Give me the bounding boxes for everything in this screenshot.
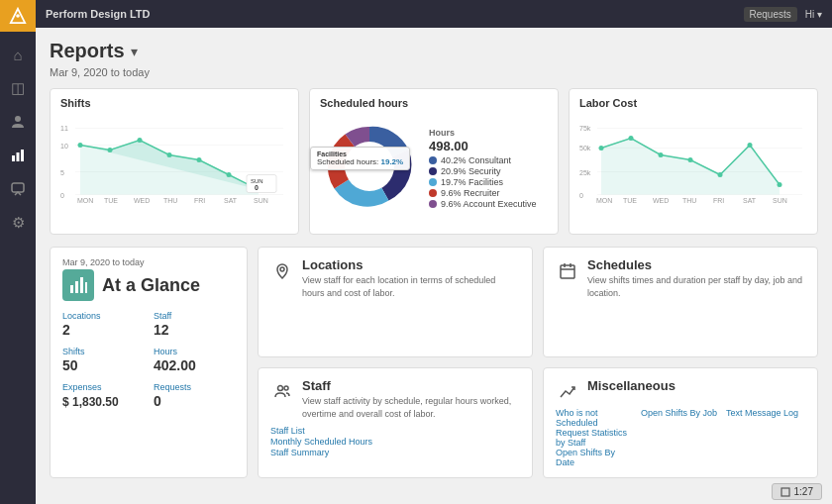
trend-icon bbox=[556, 380, 579, 404]
svg-text:0: 0 bbox=[255, 184, 259, 191]
svg-point-65 bbox=[278, 386, 283, 391]
svg-point-45 bbox=[688, 157, 693, 162]
calendar-icon bbox=[556, 259, 579, 283]
svg-text:10: 10 bbox=[60, 143, 68, 150]
misc-col2: Open Shifts By Job bbox=[641, 408, 720, 467]
svg-text:THU: THU bbox=[163, 197, 177, 204]
aag-metric-shifts: Shifts 50 bbox=[62, 347, 144, 374]
misc-links: Who is not Scheduled Request Statistics … bbox=[556, 408, 805, 467]
svg-text:0: 0 bbox=[60, 192, 64, 199]
svg-point-66 bbox=[284, 386, 288, 390]
staff-list-link[interactable]: Staff List bbox=[270, 426, 520, 436]
aag-metric-hours: Hours 402.00 bbox=[154, 347, 235, 374]
svg-rect-56 bbox=[70, 285, 73, 293]
locations-text: Locations View staff for each location i… bbox=[302, 257, 520, 299]
staff-icon bbox=[270, 380, 294, 404]
svg-point-18 bbox=[167, 152, 172, 157]
user-menu[interactable]: Hi ▾ bbox=[805, 9, 822, 20]
monthly-hours-link[interactable]: Monthly Scheduled Hours bbox=[270, 437, 520, 447]
svg-rect-3 bbox=[12, 155, 15, 161]
scheduled-hours-content: Facilities Scheduled hours: 19.2% Hours … bbox=[320, 113, 548, 216]
topbar-actions: Requests Hi ▾ bbox=[744, 7, 822, 22]
sidebar-item-chat[interactable] bbox=[0, 172, 36, 206]
misc-link-open-shifts-date[interactable]: Open Shifts By Date bbox=[556, 448, 635, 467]
legend-item-security: 20.9% Security bbox=[429, 166, 548, 176]
charts-row: Shifts 11 10 5 0 bbox=[50, 88, 818, 235]
aag-metric-requests: Requests 0 bbox=[154, 382, 235, 410]
sidebar-item-reports[interactable] bbox=[0, 139, 36, 172]
aag-date: Mar 9, 2020 to today bbox=[62, 257, 235, 267]
legend-item-facilities: 19.7% Facilities bbox=[429, 177, 548, 187]
legend-item-consultant: 40.2% Consultant bbox=[429, 155, 548, 165]
svg-text:25k: 25k bbox=[579, 169, 591, 176]
title-dropdown-caret[interactable]: ▾ bbox=[131, 44, 138, 59]
misc-header: Miscellaneous bbox=[556, 378, 805, 404]
svg-point-60 bbox=[280, 267, 284, 271]
legend-item-account-exec: 9.6% Account Executive bbox=[429, 199, 548, 209]
donut-chart: Facilities Scheduled hours: 19.2% bbox=[320, 117, 419, 216]
svg-point-20 bbox=[227, 172, 232, 177]
requests-button[interactable]: Requests bbox=[744, 7, 797, 22]
svg-text:0: 0 bbox=[579, 192, 583, 199]
svg-text:SAT: SAT bbox=[743, 197, 757, 204]
shifts-chart-title: Shifts bbox=[60, 97, 288, 109]
scheduled-hours-title: Scheduled hours bbox=[320, 97, 548, 109]
misc-link-open-shifts-job[interactable]: Open Shifts By Job bbox=[641, 408, 720, 418]
locations-card[interactable]: Locations View staff for each location i… bbox=[258, 247, 533, 357]
misc-link-text-message[interactable]: Text Message Log bbox=[726, 408, 805, 418]
svg-point-17 bbox=[138, 138, 143, 143]
svg-point-15 bbox=[78, 143, 83, 148]
svg-text:WED: WED bbox=[134, 197, 150, 204]
aag-icon bbox=[62, 269, 94, 301]
shifts-chart-svg: 11 10 5 0 bbox=[60, 113, 288, 212]
location-icon bbox=[270, 259, 294, 283]
page-header: Reports ▾ bbox=[50, 40, 818, 62]
svg-point-16 bbox=[108, 148, 113, 152]
sidebar-item-settings[interactable]: ⚙ bbox=[0, 206, 36, 240]
svg-text:MON: MON bbox=[77, 197, 93, 204]
sidebar: ⌂ ◫ ⚙ bbox=[0, 0, 36, 504]
topbar: Perform Design LTD Requests Hi ▾ bbox=[36, 0, 832, 28]
svg-point-1 bbox=[16, 14, 20, 18]
misc-link-request-stats[interactable]: Request Statistics by Staff bbox=[556, 428, 635, 448]
svg-point-2 bbox=[15, 116, 21, 122]
sidebar-item-documents[interactable]: ◫ bbox=[0, 71, 36, 105]
svg-text:SAT: SAT bbox=[224, 197, 238, 204]
legend-item-recruiter: 9.6% Recruiter bbox=[429, 188, 548, 198]
labor-cost-chart-svg: 75k 50k 25k 0 bbox=[579, 113, 807, 212]
svg-text:50k: 50k bbox=[579, 145, 591, 151]
svg-text:SUN: SUN bbox=[773, 197, 787, 204]
svg-point-47 bbox=[748, 143, 753, 148]
aag-metric-expenses: Expenses $ 1,830.50 bbox=[62, 382, 144, 410]
scheduled-hours-card: Scheduled hours bbox=[309, 88, 559, 235]
staff-summary-link[interactable]: Staff Summary bbox=[270, 448, 520, 457]
misc-link-not-scheduled[interactable]: Who is not Scheduled bbox=[556, 408, 635, 428]
svg-point-44 bbox=[659, 152, 664, 157]
aag-header: At a Glance bbox=[62, 269, 235, 301]
schedules-header: Schedules View shifts times and duration… bbox=[556, 257, 805, 299]
sidebar-item-people[interactable] bbox=[0, 105, 36, 139]
page-title: Reports bbox=[50, 40, 125, 62]
labor-cost-card: Labor Cost 75k 50k 25k 0 bbox=[569, 88, 818, 235]
svg-rect-57 bbox=[75, 281, 78, 293]
aag-metric-locations: Locations 2 bbox=[62, 311, 144, 339]
staff-links: Staff List Monthly Scheduled Hours Staff… bbox=[270, 426, 520, 457]
aag-metrics: Locations 2 Staff 12 Shifts 50 Hours 402… bbox=[62, 311, 235, 410]
svg-rect-61 bbox=[561, 265, 574, 278]
at-a-glance-card: Mar 9, 2020 to today At a Glance Locatio… bbox=[50, 247, 248, 478]
svg-text:11: 11 bbox=[60, 125, 68, 132]
svg-marker-41 bbox=[601, 139, 780, 195]
svg-text:FRI: FRI bbox=[194, 197, 205, 204]
legend-total: Hours 498.00 bbox=[429, 124, 548, 153]
misc-col1: Who is not Scheduled Request Statistics … bbox=[556, 408, 635, 467]
svg-point-42 bbox=[599, 146, 604, 151]
staff-text: Staff View staff activity by schedule, r… bbox=[302, 378, 520, 420]
schedules-card[interactable]: Schedules View shifts times and duration… bbox=[543, 247, 818, 357]
svg-rect-6 bbox=[12, 183, 24, 192]
sidebar-item-home[interactable]: ⌂ bbox=[0, 38, 36, 71]
schedules-text: Schedules View shifts times and duration… bbox=[587, 257, 805, 299]
svg-text:TUE: TUE bbox=[623, 197, 637, 204]
app-logo bbox=[0, 0, 36, 32]
svg-point-43 bbox=[629, 136, 634, 141]
svg-rect-4 bbox=[17, 152, 20, 161]
